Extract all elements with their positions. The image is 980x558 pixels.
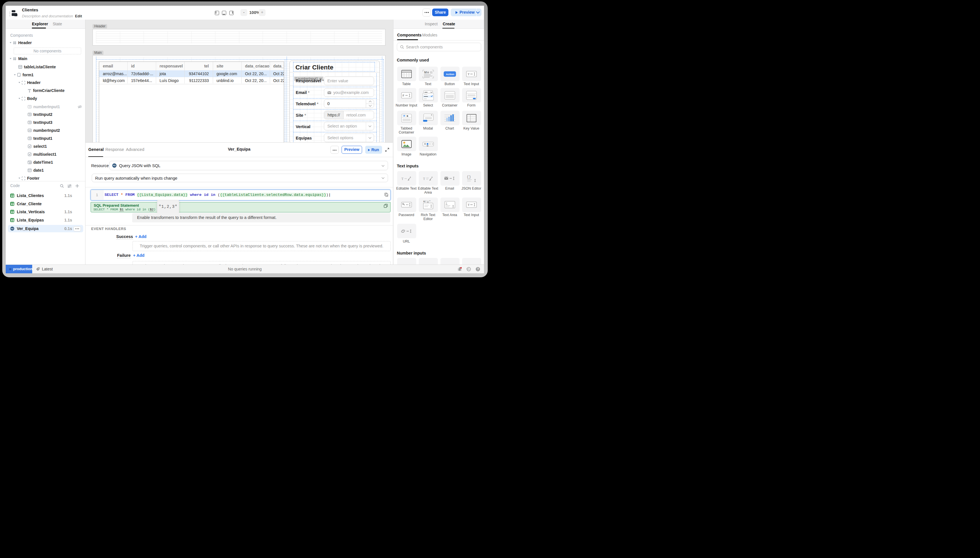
svg-text:T: T [423,177,425,181]
svg-text:T: T [29,106,30,108]
svg-text:T: T [29,137,30,140]
svg-text:T: T [468,72,470,76]
svg-text:T: T [446,202,447,205]
svg-text:#: # [403,94,404,97]
svg-text:U: U [427,200,429,203]
svg-text:B: B [407,115,408,117]
svg-text:”: ” [429,200,431,203]
svg-text:M: M [424,71,427,74]
svg-text:?: ? [477,268,479,271]
svg-text:T: T [29,113,30,116]
svg-text:T: T [401,177,404,181]
svg-text:T: T [29,121,30,124]
svg-text:I: I [425,200,426,203]
svg-text:T: T [468,203,470,207]
svg-text:{}: {} [467,175,471,179]
svg-text:A: A [404,115,405,117]
svg-text:B: B [423,200,425,203]
svg-text:#: # [28,129,30,132]
svg-text:Action: Action [446,72,454,75]
